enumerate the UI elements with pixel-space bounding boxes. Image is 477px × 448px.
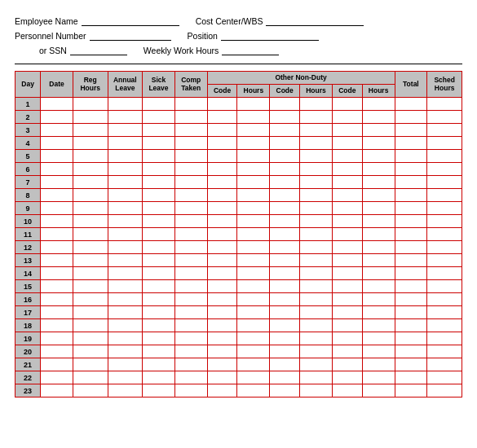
data-cell[interactable] <box>270 267 300 280</box>
data-cell[interactable] <box>207 358 237 371</box>
data-cell[interactable] <box>41 111 73 124</box>
data-cell[interactable] <box>395 358 427 371</box>
data-cell[interactable] <box>362 189 395 202</box>
data-cell[interactable] <box>395 124 427 137</box>
data-cell[interactable] <box>332 358 362 371</box>
data-cell[interactable] <box>174 137 207 150</box>
data-cell[interactable] <box>174 384 207 397</box>
data-cell[interactable] <box>362 111 395 124</box>
data-cell[interactable] <box>427 293 462 306</box>
data-cell[interactable] <box>427 176 462 189</box>
data-cell[interactable] <box>108 111 143 124</box>
data-cell[interactable] <box>270 319 300 332</box>
data-cell[interactable] <box>427 306 462 319</box>
data-cell[interactable] <box>41 384 73 397</box>
data-cell[interactable] <box>143 98 175 111</box>
data-cell[interactable] <box>395 345 427 358</box>
data-cell[interactable] <box>174 241 207 254</box>
data-cell[interactable] <box>237 358 270 371</box>
data-cell[interactable] <box>73 384 108 397</box>
data-cell[interactable] <box>237 371 270 384</box>
data-cell[interactable] <box>395 215 427 228</box>
data-cell[interactable] <box>174 254 207 267</box>
data-cell[interactable] <box>108 215 143 228</box>
data-cell[interactable] <box>73 371 108 384</box>
data-cell[interactable] <box>427 371 462 384</box>
cost-center-input[interactable] <box>266 15 364 26</box>
data-cell[interactable] <box>300 332 333 345</box>
data-cell[interactable] <box>395 150 427 163</box>
data-cell[interactable] <box>108 98 143 111</box>
data-cell[interactable] <box>108 384 143 397</box>
data-cell[interactable] <box>270 332 300 345</box>
data-cell[interactable] <box>237 306 270 319</box>
data-cell[interactable] <box>143 280 175 293</box>
data-cell[interactable] <box>332 371 362 384</box>
data-cell[interactable] <box>237 228 270 241</box>
data-cell[interactable] <box>237 241 270 254</box>
data-cell[interactable] <box>362 319 395 332</box>
data-cell[interactable] <box>332 332 362 345</box>
data-cell[interactable] <box>237 98 270 111</box>
data-cell[interactable] <box>300 202 333 215</box>
data-cell[interactable] <box>143 202 175 215</box>
data-cell[interactable] <box>237 267 270 280</box>
data-cell[interactable] <box>143 371 175 384</box>
data-cell[interactable] <box>300 137 333 150</box>
data-cell[interactable] <box>237 345 270 358</box>
data-cell[interactable] <box>143 319 175 332</box>
data-cell[interactable] <box>108 241 143 254</box>
data-cell[interactable] <box>207 267 237 280</box>
data-cell[interactable] <box>300 228 333 241</box>
data-cell[interactable] <box>395 202 427 215</box>
data-cell[interactable] <box>395 137 427 150</box>
data-cell[interactable] <box>427 98 462 111</box>
data-cell[interactable] <box>395 293 427 306</box>
data-cell[interactable] <box>270 98 300 111</box>
data-cell[interactable] <box>207 189 237 202</box>
data-cell[interactable] <box>73 137 108 150</box>
data-cell[interactable] <box>237 124 270 137</box>
data-cell[interactable] <box>108 280 143 293</box>
data-cell[interactable] <box>237 163 270 176</box>
data-cell[interactable] <box>174 189 207 202</box>
data-cell[interactable] <box>427 345 462 358</box>
data-cell[interactable] <box>270 124 300 137</box>
data-cell[interactable] <box>427 358 462 371</box>
data-cell[interactable] <box>270 371 300 384</box>
data-cell[interactable] <box>362 332 395 345</box>
data-cell[interactable] <box>270 228 300 241</box>
data-cell[interactable] <box>270 241 300 254</box>
data-cell[interactable] <box>207 371 237 384</box>
data-cell[interactable] <box>174 267 207 280</box>
ssn-input[interactable] <box>70 44 127 55</box>
data-cell[interactable] <box>207 384 237 397</box>
data-cell[interactable] <box>332 124 362 137</box>
data-cell[interactable] <box>332 150 362 163</box>
data-cell[interactable] <box>332 111 362 124</box>
personnel-input[interactable] <box>90 29 171 41</box>
data-cell[interactable] <box>395 189 427 202</box>
data-cell[interactable] <box>207 150 237 163</box>
data-cell[interactable] <box>73 98 108 111</box>
data-cell[interactable] <box>270 202 300 215</box>
data-cell[interactable] <box>73 124 108 137</box>
data-cell[interactable] <box>237 254 270 267</box>
data-cell[interactable] <box>207 98 237 111</box>
data-cell[interactable] <box>395 332 427 345</box>
data-cell[interactable] <box>41 293 73 306</box>
data-cell[interactable] <box>174 371 207 384</box>
data-cell[interactable] <box>270 137 300 150</box>
data-cell[interactable] <box>174 306 207 319</box>
data-cell[interactable] <box>143 124 175 137</box>
data-cell[interactable] <box>108 371 143 384</box>
data-cell[interactable] <box>300 358 333 371</box>
data-cell[interactable] <box>270 358 300 371</box>
data-cell[interactable] <box>207 306 237 319</box>
data-cell[interactable] <box>427 215 462 228</box>
data-cell[interactable] <box>270 254 300 267</box>
data-cell[interactable] <box>362 137 395 150</box>
data-cell[interactable] <box>237 280 270 293</box>
data-cell[interactable] <box>362 150 395 163</box>
data-cell[interactable] <box>108 345 143 358</box>
